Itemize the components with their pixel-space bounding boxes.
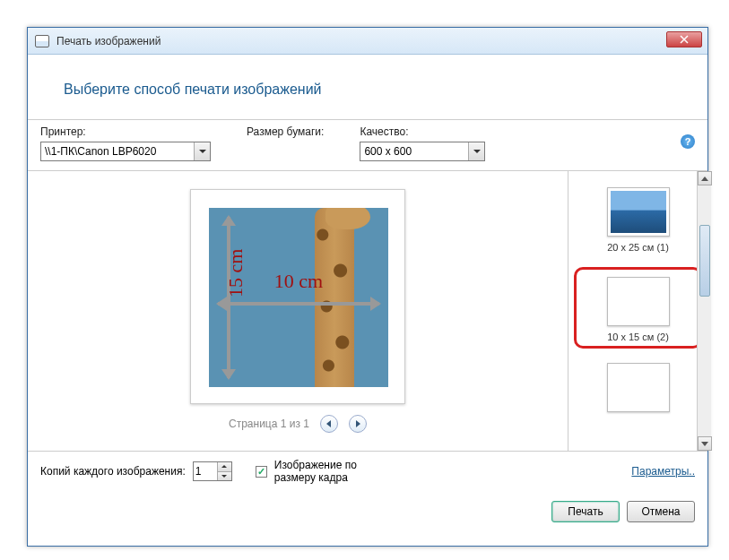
next-page-button[interactable] — [349, 415, 367, 433]
copies-spinner[interactable] — [193, 461, 232, 481]
scroll-thumb[interactable] — [699, 225, 710, 297]
horizontal-dimension: 10 cm — [218, 293, 379, 314]
photo-preview: 15 cm 10 cm — [209, 208, 388, 387]
pager: Страница 1 из 1 — [229, 415, 367, 433]
fit-label: Изображение по размеру кадра — [274, 459, 382, 484]
options-bar: Принтер: \\1-ПК\Canon LBP6020 Размер бум… — [28, 119, 707, 171]
dim-h-text: 10 cm — [274, 270, 323, 293]
quality-combo[interactable]: 600 x 600 — [360, 142, 485, 161]
print-dialog: Печать изображений Выберите способ печат… — [27, 27, 708, 547]
close-icon — [680, 35, 689, 44]
layout-label: 20 x 25 см (1) — [607, 242, 669, 253]
chevron-down-icon — [194, 142, 210, 160]
layout-sidebar: 20 x 25 см (1) 10 x 15 см (2) — [568, 171, 707, 451]
layout-option-1[interactable]: 20 x 25 см (1) — [579, 187, 697, 253]
fit-checkbox[interactable] — [256, 466, 267, 478]
paper-size-label: Размер бумаги: — [247, 125, 324, 138]
copies-input[interactable] — [194, 465, 217, 478]
printer-value: \\1-ПК\Canon LBP6020 — [45, 145, 156, 158]
quality-value: 600 x 600 — [364, 145, 412, 158]
spin-down-button[interactable] — [217, 472, 231, 481]
printer-icon — [35, 35, 49, 47]
prev-page-button[interactable] — [320, 415, 338, 433]
printer-combo[interactable]: \\1-ПК\Canon LBP6020 — [40, 142, 211, 161]
layout-label: 10 x 15 см (2) — [607, 332, 669, 342]
cancel-button[interactable]: Отмена — [627, 501, 695, 522]
scroll-down-button[interactable] — [698, 436, 712, 451]
titlebar: Печать изображений — [28, 28, 707, 55]
layout-option-3[interactable] — [579, 363, 697, 412]
print-button[interactable]: Печать — [551, 501, 620, 522]
parameters-link[interactable]: Параметры.. — [631, 465, 695, 478]
dialog-buttons: Печать Отмена — [28, 491, 707, 531]
preview-pane: 15 cm 10 cm Страница 1 из 1 — [28, 171, 568, 451]
spin-up-button[interactable] — [217, 462, 231, 472]
scroll-up-button[interactable] — [698, 171, 712, 185]
scrollbar[interactable] — [697, 171, 711, 451]
page-info: Страница 1 из 1 — [229, 418, 309, 430]
help-icon[interactable]: ? — [681, 134, 695, 149]
quality-label: Качество: — [360, 125, 485, 138]
chevron-down-icon — [468, 142, 484, 160]
copies-label: Копий каждого изображения: — [40, 465, 186, 478]
window-title: Печать изображений — [56, 35, 161, 47]
printer-label: Принтер: — [40, 125, 211, 138]
bottom-bar: Копий каждого изображения: Изображение п… — [28, 451, 707, 491]
page-preview: 15 cm 10 cm — [190, 189, 405, 404]
close-button[interactable] — [666, 31, 702, 47]
dialog-heading: Выберите способ печати изображений — [28, 55, 707, 119]
selected-highlight: 10 x 15 см (2) — [574, 267, 702, 349]
dim-v-text: 15 cm — [224, 249, 247, 297]
layout-option-2[interactable]: 10 x 15 см (2) — [582, 277, 694, 342]
